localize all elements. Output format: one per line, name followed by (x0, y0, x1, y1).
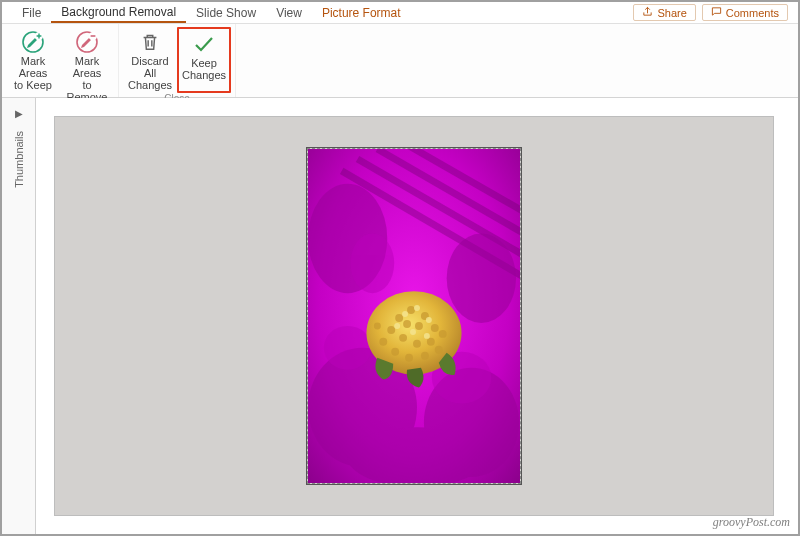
thumbnails-panel: ▶ Thumbnails (2, 98, 36, 534)
discard-line1: Discard All (125, 55, 175, 79)
ribbon: Mark Areas to Keep Mark Areas to Remove (2, 24, 798, 98)
svg-point-40 (424, 333, 430, 339)
mark-areas-to-remove-button[interactable]: Mark Areas to Remove (60, 27, 114, 105)
svg-point-18 (395, 314, 403, 322)
tabs-bar: File Background Removal Slide Show View … (2, 2, 798, 24)
svg-point-37 (426, 317, 432, 323)
svg-point-27 (379, 338, 387, 346)
keep-line1: Keep (191, 57, 217, 69)
slide-canvas-area: groovyPost.com (36, 98, 798, 534)
pencil-minus-icon (75, 29, 99, 55)
tab-view[interactable]: View (266, 3, 312, 22)
share-button[interactable]: Share (633, 4, 695, 21)
trash-icon (139, 29, 161, 55)
comments-label: Comments (726, 7, 779, 19)
thumbnails-label: Thumbnails (13, 131, 25, 188)
discard-all-changes-button[interactable]: Discard All Changes (123, 27, 177, 93)
mark-areas-to-keep-button[interactable]: Mark Areas to Keep (6, 27, 60, 105)
share-label: Share (657, 7, 686, 19)
watermark: groovyPost.com (713, 515, 790, 530)
svg-point-36 (414, 305, 420, 311)
tab-background-removal[interactable]: Background Removal (51, 2, 186, 23)
svg-point-25 (427, 338, 435, 346)
svg-point-21 (431, 324, 439, 332)
svg-point-32 (374, 322, 381, 329)
discard-line2: Changes (128, 79, 172, 91)
svg-point-23 (399, 334, 407, 342)
svg-point-38 (394, 323, 400, 329)
svg-point-39 (410, 329, 416, 335)
svg-point-16 (324, 326, 372, 370)
tab-slide-show[interactable]: Slide Show (186, 3, 266, 22)
svg-point-24 (413, 340, 421, 348)
share-icon (642, 6, 653, 19)
svg-point-29 (405, 354, 413, 362)
chevron-right-icon[interactable]: ▶ (15, 108, 23, 119)
svg-point-19 (407, 306, 415, 314)
mark-remove-line1: Mark Areas (62, 55, 112, 79)
slide-canvas[interactable] (54, 116, 774, 516)
checkmark-icon (192, 31, 216, 57)
svg-point-14 (351, 233, 395, 293)
ribbon-group-refine: Mark Areas to Keep Mark Areas to Remove (2, 24, 119, 97)
mark-keep-line2: to Keep (14, 79, 52, 91)
svg-point-26 (439, 330, 447, 338)
keep-line2: Changes (182, 69, 226, 81)
comments-icon (711, 6, 722, 19)
mark-keep-line1: Mark Areas (8, 55, 58, 79)
ribbon-group-close: Discard All Changes Keep Changes Close (119, 24, 236, 97)
svg-point-28 (391, 348, 399, 356)
svg-point-35 (402, 311, 408, 317)
comments-button[interactable]: Comments (702, 4, 788, 21)
tab-file[interactable]: File (12, 3, 51, 22)
tab-picture-format[interactable]: Picture Format (312, 3, 411, 22)
keep-changes-button[interactable]: Keep Changes (177, 27, 231, 93)
svg-point-33 (415, 322, 423, 330)
svg-point-31 (435, 346, 443, 354)
svg-point-22 (387, 326, 395, 334)
svg-point-30 (421, 352, 429, 360)
pencil-plus-icon (21, 29, 45, 55)
svg-point-34 (403, 320, 411, 328)
selected-picture[interactable] (307, 148, 521, 484)
svg-point-10 (447, 233, 516, 322)
